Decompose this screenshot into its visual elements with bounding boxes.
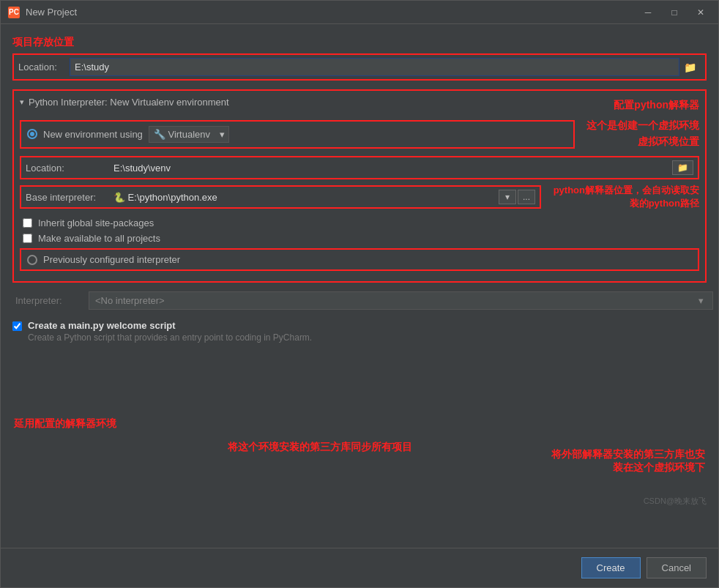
annotation-sync-third-party: 将这个环境安装的第三方库同步所有项目 xyxy=(228,441,412,454)
section-header: ▾ Python Interpreter: New Virtualenv env… xyxy=(20,97,229,108)
window-title: New Project xyxy=(26,7,638,18)
new-env-label: New environment using xyxy=(43,129,143,140)
available-label: Make available to all projects xyxy=(38,233,160,244)
chevron-icon: ▾ xyxy=(20,97,24,107)
watermark: CSDN@晚来放飞 xyxy=(644,496,707,507)
close-button[interactable]: ✕ xyxy=(690,5,711,20)
venv-folder-button[interactable]: 📁 xyxy=(672,160,693,175)
interpreter-dropdown-row: Interpreter: <No interpreter> ▾ xyxy=(12,291,707,310)
app-icon: PC xyxy=(8,7,20,18)
folder-icon-button[interactable]: 📁 xyxy=(679,60,701,75)
python-interpreter-section: ▾ Python Interpreter: New Virtualenv env… xyxy=(12,89,707,283)
inherit-checkbox[interactable] xyxy=(23,218,32,228)
annotation-project-location: 项目存放位置 xyxy=(12,36,707,49)
base-interp-wrapper: Base interpreter: ▾ ... python解释器位置，会自动读… xyxy=(20,184,699,210)
location-row: Location: 📁 xyxy=(12,53,707,81)
annotation-venv-location: 虚拟环境位置 xyxy=(638,135,699,149)
cancel-button[interactable]: Cancel xyxy=(647,557,707,578)
venv-location-field: Location: 📁 xyxy=(20,156,699,179)
annotation-config-python: 配置python解释器 xyxy=(614,99,699,112)
env-type-select[interactable]: 🔧 Virtualenv xyxy=(149,126,229,143)
create-main-text: Create a main.py welcome script Create a… xyxy=(28,320,312,343)
new-project-window: PC New Project ─ □ ✕ 项目存放位置 Location: 📁 … xyxy=(0,0,719,588)
inherit-label: Inherit global site-packages xyxy=(38,217,154,228)
venv-location-label: Location: xyxy=(26,163,113,174)
new-env-row: New environment using 🔧 Virtualenv xyxy=(20,120,575,149)
location-input[interactable] xyxy=(70,58,679,76)
bottom-bar: Create Cancel xyxy=(1,548,718,587)
prev-interp-radio[interactable] xyxy=(27,255,37,265)
create-main-label: Create a main.py welcome script xyxy=(28,320,312,331)
available-checkbox-row: Make available to all projects xyxy=(23,233,699,244)
inherit-checkbox-row: Inherit global site-packages xyxy=(23,217,699,228)
annotation-extend-env: 延用配置的解释器环境 xyxy=(14,417,116,431)
window-controls: ─ □ ✕ xyxy=(638,5,711,20)
create-main-checkbox[interactable] xyxy=(12,321,22,331)
section-title: Python Interpreter: New Virtualenv envir… xyxy=(29,97,229,108)
env-type-select-wrapper: 🔧 Virtualenv xyxy=(149,126,229,143)
base-interp-dropdown-button[interactable]: ▾ xyxy=(499,190,516,204)
base-interp-label: Base interpreter: xyxy=(26,192,113,203)
interpreter-label: Interpreter: xyxy=(15,295,89,306)
annotation-install-third-party: 将外部解释器安装的第三方库也安装在这个虚拟环境下 xyxy=(544,448,705,475)
minimize-button[interactable]: ─ xyxy=(638,5,658,20)
create-main-desc: Create a Python script that provides an … xyxy=(28,332,312,343)
new-env-radio[interactable] xyxy=(27,129,37,139)
prev-interp-label: Previously configured interpreter xyxy=(43,254,180,265)
annotation-python-path: python解释器位置，会自动读取安装的python路径 xyxy=(553,184,699,210)
base-interp-field: Base interpreter: ▾ ... xyxy=(20,185,541,209)
titlebar: PC New Project ─ □ ✕ xyxy=(1,1,718,24)
base-interp-browse-button[interactable]: ... xyxy=(518,190,535,204)
base-interp-input[interactable] xyxy=(113,192,499,203)
maximize-button[interactable]: □ xyxy=(664,5,685,20)
location-label: Location: xyxy=(18,62,70,72)
interpreter-select[interactable]: <No interpreter> xyxy=(89,291,713,310)
create-main-row: Create a main.py welcome script Create a… xyxy=(12,320,707,343)
available-checkbox[interactable] xyxy=(23,234,32,243)
prev-interp-row: Previously configured interpreter xyxy=(20,248,699,271)
right-annotations: 这个是创建一个虚拟环境 虚拟环境位置 xyxy=(586,119,699,149)
annotation-create-venv: 这个是创建一个虚拟环境 xyxy=(586,119,699,133)
main-content: 项目存放位置 Location: 📁 ▾ Python Interpreter:… xyxy=(1,24,718,548)
create-button[interactable]: Create xyxy=(581,557,641,578)
venv-location-input[interactable] xyxy=(113,163,672,174)
